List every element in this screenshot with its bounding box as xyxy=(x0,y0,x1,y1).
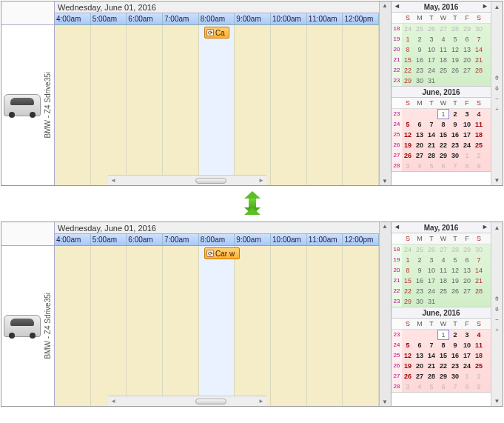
calendar-day[interactable] xyxy=(449,296,461,307)
calendar-day[interactable]: 1 xyxy=(437,109,449,119)
calendar-day[interactable]: 2 xyxy=(414,34,426,44)
zoom-in-button[interactable]: + xyxy=(495,326,499,335)
calendar-day[interactable]: 26 xyxy=(449,286,461,296)
calendar-day[interactable]: 8 xyxy=(461,382,473,392)
grid-column[interactable] xyxy=(127,246,163,406)
calendar-day[interactable]: 26 xyxy=(426,244,437,255)
calendar-day[interactable]: 5 xyxy=(402,119,414,130)
calendar-day[interactable]: 28 xyxy=(426,150,437,161)
zoom-out-button[interactable]: − xyxy=(495,316,499,324)
calendar-day[interactable]: 25 xyxy=(414,244,426,255)
calendar-day[interactable]: 1 xyxy=(461,150,473,161)
calendar-day[interactable]: 27 xyxy=(437,24,449,34)
calendar-day[interactable]: 10 xyxy=(461,340,473,350)
calendar-day[interactable]: 30 xyxy=(414,76,426,86)
calendar-day[interactable]: 17 xyxy=(461,130,473,140)
calendar-day[interactable]: 28 xyxy=(426,371,437,382)
grid-column[interactable] xyxy=(307,246,343,406)
calendar-day[interactable]: 2 xyxy=(473,371,485,382)
next-month-button[interactable]: ► xyxy=(482,223,488,230)
calendar-day[interactable]: 8 xyxy=(437,340,449,350)
calendar-day[interactable]: 18 xyxy=(437,55,449,65)
calendar-day[interactable]: 26 xyxy=(402,150,414,161)
calendar-day[interactable]: 16 xyxy=(449,350,461,361)
calendar-day[interactable]: 20 xyxy=(414,140,426,150)
calendar-day[interactable]: 29 xyxy=(437,371,449,382)
calendar-day[interactable]: 28 xyxy=(473,65,485,76)
calendar-day[interactable]: 19 xyxy=(449,55,461,65)
calendar-day[interactable]: 3 xyxy=(461,109,473,119)
calendar-day[interactable]: 30 xyxy=(473,244,485,255)
calendar-day[interactable]: 7 xyxy=(449,161,461,171)
calendar-day[interactable]: 21 xyxy=(473,276,485,286)
calendar-day[interactable]: 10 xyxy=(461,119,473,130)
calendar-day[interactable]: 28 xyxy=(449,24,461,34)
calendar-day[interactable]: 26 xyxy=(402,371,414,382)
grid-column[interactable] xyxy=(343,25,379,185)
calendar-day[interactable] xyxy=(473,76,485,86)
grid-column[interactable] xyxy=(163,25,199,185)
grid-column[interactable] xyxy=(271,25,307,185)
calendar-day[interactable]: 5 xyxy=(426,161,437,171)
calendar-day[interactable]: 28 xyxy=(449,244,461,255)
scrollbar-thumb[interactable] xyxy=(195,178,226,184)
calendar-day[interactable]: 16 xyxy=(414,276,426,286)
calendar-day[interactable]: 4 xyxy=(437,34,449,44)
calendar-day[interactable]: 25 xyxy=(473,140,485,150)
calendar-day[interactable]: 23 xyxy=(449,361,461,371)
prev-month-button[interactable]: ◄ xyxy=(394,223,400,230)
calendar-day[interactable]: 27 xyxy=(414,150,426,161)
grid-column[interactable] xyxy=(91,246,127,406)
calendar-day[interactable]: 16 xyxy=(449,130,461,140)
calendar-day[interactable]: 11 xyxy=(437,44,449,55)
calendar-day[interactable]: 7 xyxy=(473,255,485,265)
calendar-day[interactable]: 15 xyxy=(437,130,449,140)
calendar-day[interactable]: 8 xyxy=(461,161,473,171)
calendar-day[interactable]: 22 xyxy=(402,286,414,296)
collapse-up-icon[interactable]: ⤊ xyxy=(494,74,500,83)
grid-column[interactable] xyxy=(55,246,91,406)
resource-row[interactable]: BMW - Z4 Sdrive35i xyxy=(1,25,54,185)
calendar-day[interactable]: 4 xyxy=(473,330,485,340)
calendar-day[interactable]: 17 xyxy=(461,350,473,361)
calendar-day[interactable]: 16 xyxy=(414,55,426,65)
calendar-day[interactable]: 27 xyxy=(461,65,473,76)
calendar-day[interactable]: 24 xyxy=(426,286,437,296)
calendar-day[interactable]: 7 xyxy=(473,34,485,44)
calendar-day[interactable]: 10 xyxy=(426,44,437,55)
calendar-day[interactable]: 27 xyxy=(461,286,473,296)
calendar-day[interactable]: 30 xyxy=(449,371,461,382)
zoom-out-button[interactable]: − xyxy=(495,95,499,104)
calendar-day[interactable]: 25 xyxy=(473,361,485,371)
calendar-day[interactable]: 21 xyxy=(473,55,485,65)
calendar-day[interactable]: 6 xyxy=(437,382,449,392)
calendar-day[interactable]: 8 xyxy=(402,44,414,55)
calendar-day[interactable] xyxy=(402,330,414,340)
calendar-day[interactable]: 9 xyxy=(473,161,485,171)
calendar-day[interactable]: 6 xyxy=(437,161,449,171)
calendar-day[interactable]: 2 xyxy=(473,150,485,161)
collapse-down-icon[interactable]: ⤋ xyxy=(494,305,500,314)
calendar-day[interactable]: 14 xyxy=(473,265,485,276)
calendar-day[interactable]: 12 xyxy=(402,130,414,140)
calendar-day[interactable] xyxy=(426,109,437,119)
calendar-day[interactable]: 17 xyxy=(426,276,437,286)
calendar-day[interactable]: 9 xyxy=(449,119,461,130)
vertical-scrollbar[interactable] xyxy=(379,1,391,185)
calendar-day[interactable]: 7 xyxy=(426,119,437,130)
calendar-day[interactable]: 4 xyxy=(473,109,485,119)
calendar-day[interactable]: 3 xyxy=(426,34,437,44)
calendar-day[interactable]: 4 xyxy=(437,255,449,265)
calendar-day[interactable]: 11 xyxy=(473,340,485,350)
scrollbar-thumb[interactable] xyxy=(195,399,226,404)
calendar-day[interactable] xyxy=(402,109,414,119)
grid-column[interactable] xyxy=(199,246,235,406)
prev-month-button[interactable]: ◄ xyxy=(394,2,400,10)
calendar-day[interactable]: 20 xyxy=(414,361,426,371)
collapse-up-icon[interactable]: ⤊ xyxy=(494,295,500,304)
calendar-day[interactable]: 12 xyxy=(449,265,461,276)
calendar-day[interactable]: 31 xyxy=(426,296,437,307)
calendar-day[interactable]: 5 xyxy=(449,34,461,44)
calendar-day[interactable]: 1 xyxy=(461,371,473,382)
calendar-day[interactable]: 8 xyxy=(437,119,449,130)
